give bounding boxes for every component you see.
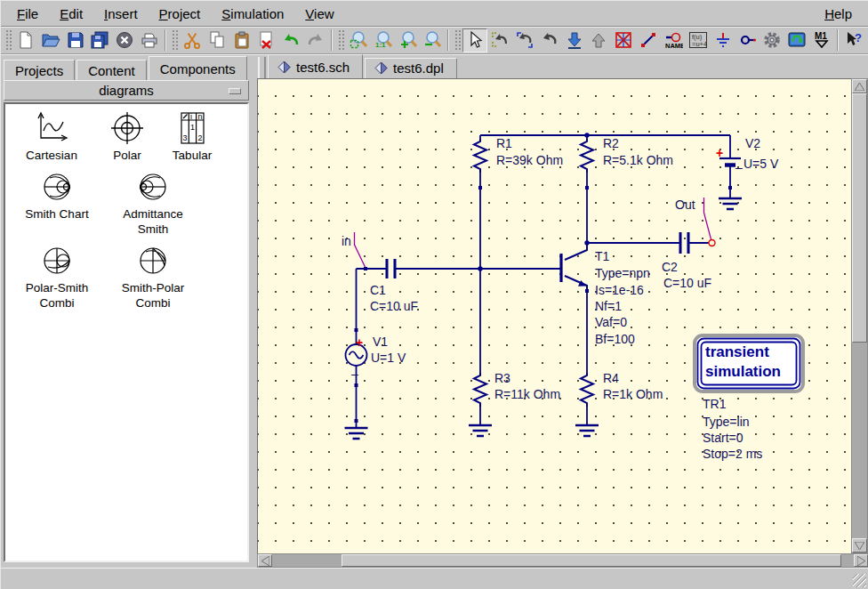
menu-help[interactable]: Help xyxy=(814,3,863,25)
toolbar-separator xyxy=(331,29,333,51)
palette-item-tabular[interactable]: i n 1 3 2 Tabular xyxy=(165,109,219,163)
zoom-out-button[interactable] xyxy=(421,28,446,52)
tab-content[interactable]: Content xyxy=(76,60,147,80)
tab-test6-sch[interactable]: test6.sch xyxy=(268,54,363,78)
whats-this-button[interactable]: ? xyxy=(841,28,866,52)
palette-item-polar-smith-combi[interactable]: Polar-Smith Combi xyxy=(12,242,101,311)
component-palette: Cartesian Polar i xyxy=(4,102,249,562)
save-all-button[interactable] xyxy=(87,28,112,52)
rotate-button[interactable] xyxy=(512,28,537,52)
tab-components[interactable]: Components xyxy=(149,56,247,80)
view-data-button[interactable] xyxy=(784,28,809,52)
port-button[interactable] xyxy=(735,28,760,52)
menu-simulation[interactable]: Simulation xyxy=(211,3,294,25)
equation-icon: f(u)=u+4 xyxy=(688,30,708,50)
redo-button[interactable] xyxy=(303,28,328,52)
paste-button[interactable] xyxy=(229,28,254,52)
resize-grip[interactable] xyxy=(853,574,866,587)
ground-button[interactable] xyxy=(711,28,735,52)
vertical-scrollbar[interactable] xyxy=(851,78,868,553)
tabbar-handle[interactable] xyxy=(258,57,266,78)
palette-item-admittance-smith[interactable]: Admittance Smith xyxy=(108,168,197,237)
move-text-button[interactable] xyxy=(487,28,512,52)
wire-button[interactable] xyxy=(636,28,661,52)
select-button[interactable] xyxy=(462,28,487,52)
component-R3[interactable] xyxy=(474,373,486,407)
scroll-right-button[interactable] xyxy=(854,554,868,567)
component-C1[interactable] xyxy=(387,259,395,278)
open-file-button[interactable] xyxy=(38,28,63,52)
save-button[interactable] xyxy=(63,28,88,52)
mirror-x-button[interactable] xyxy=(562,28,587,52)
svg-text:U=1 V: U=1 V xyxy=(371,351,406,365)
tab-label: test6.sch xyxy=(296,60,350,75)
palette-item-smith-chart[interactable]: Smith Chart xyxy=(12,168,101,237)
v1-plus-sign: + xyxy=(356,335,363,350)
component-R4[interactable] xyxy=(581,373,593,407)
close-document-button[interactable] xyxy=(112,28,137,52)
workspace: Projects Content Components diagrams Car… xyxy=(1,54,868,568)
polar-smith-combi-icon xyxy=(39,242,75,279)
transient-simulation-box[interactable]: transient simulation xyxy=(695,335,803,391)
svg-text:simulation: simulation xyxy=(705,363,781,380)
mirror-button[interactable] xyxy=(537,28,562,52)
component-group-combobox[interactable]: diagrams xyxy=(4,80,249,101)
scroll-up-button[interactable] xyxy=(852,79,867,93)
toolbar-separator xyxy=(165,29,166,51)
undo-button[interactable] xyxy=(278,28,303,52)
mirror-y-button[interactable] xyxy=(587,28,612,52)
zoom-fit-button[interactable] xyxy=(346,28,371,52)
zoom-1-1-icon: 1:1 xyxy=(374,30,393,50)
component-R1[interactable] xyxy=(474,139,486,173)
mirror-icon xyxy=(540,30,559,50)
toolbar-drag-handle[interactable] xyxy=(171,28,178,52)
svg-text:?: ? xyxy=(855,31,862,44)
copy-icon xyxy=(207,30,227,50)
menu-insert[interactable]: Insert xyxy=(93,3,149,25)
toolbar-drag-handle[interactable] xyxy=(454,28,461,52)
horizontal-scrollbar[interactable] xyxy=(257,553,868,568)
tab-test6-dpl[interactable]: test6.dpl xyxy=(365,58,457,78)
schematic-canvas[interactable]: transient simulation in Out R1 R=39k Ohm… xyxy=(257,78,851,553)
vertical-scrollbar-trough[interactable] xyxy=(852,343,867,538)
toolbar-drag-handle[interactable] xyxy=(337,28,344,52)
scroll-down-button[interactable] xyxy=(852,538,867,553)
schematic-svg[interactable]: transient simulation in Out R1 R=39k Ohm… xyxy=(258,79,853,554)
scroll-left-button[interactable] xyxy=(258,554,272,567)
menu-project[interactable]: Project xyxy=(149,3,212,25)
palette-item-cartesian[interactable]: Cartesian xyxy=(14,109,89,163)
horizontal-scrollbar-trough[interactable] xyxy=(841,554,854,567)
print-button[interactable] xyxy=(137,28,162,52)
wire-label-button[interactable]: NAME xyxy=(661,28,686,52)
palette-item-smith-polar-combi[interactable]: Smith-Polar Combi xyxy=(108,242,197,311)
simulate-button[interactable] xyxy=(760,28,784,52)
marker-button[interactable]: M1 xyxy=(809,28,834,52)
tab-projects[interactable]: Projects xyxy=(4,60,75,80)
component-T1[interactable] xyxy=(561,243,587,291)
schematic-labels: in Out R1 R=39k Ohm R2 R=5.1k Ohm V2 U=5… xyxy=(342,136,779,461)
svg-text:C=10 uF: C=10 uF xyxy=(370,299,418,313)
menu-file[interactable]: File xyxy=(6,3,49,25)
palette-item-label: Smith-Polar xyxy=(122,280,185,295)
sidebar-splitter[interactable] xyxy=(251,54,257,568)
palette-item-polar[interactable]: Polar xyxy=(107,109,148,163)
component-R2[interactable] xyxy=(581,139,593,173)
deactivate-button[interactable] xyxy=(611,28,636,52)
equation-button[interactable]: f(u)=u+4 xyxy=(686,28,711,52)
menu-view[interactable]: View xyxy=(294,3,344,25)
open-node-out[interactable] xyxy=(709,240,715,246)
delete-button[interactable] xyxy=(254,28,279,52)
svg-text:V1: V1 xyxy=(373,335,388,349)
horizontal-scrollbar-thumb[interactable] xyxy=(342,554,841,567)
cut-button[interactable] xyxy=(180,28,205,52)
copy-button[interactable] xyxy=(205,28,229,52)
toolbar-drag-handle[interactable] xyxy=(4,28,12,52)
component-C2[interactable] xyxy=(680,232,688,254)
zoom-1-1-button[interactable]: 1:1 xyxy=(371,28,396,52)
zoom-in-button[interactable] xyxy=(396,28,421,52)
menu-edit[interactable]: Edit xyxy=(49,3,93,25)
svg-text:Type=lin: Type=lin xyxy=(703,415,750,429)
vertical-scrollbar-thumb[interactable] xyxy=(852,93,867,343)
svg-text:R=11k Ohm: R=11k Ohm xyxy=(494,387,560,401)
new-file-button[interactable] xyxy=(13,28,38,52)
